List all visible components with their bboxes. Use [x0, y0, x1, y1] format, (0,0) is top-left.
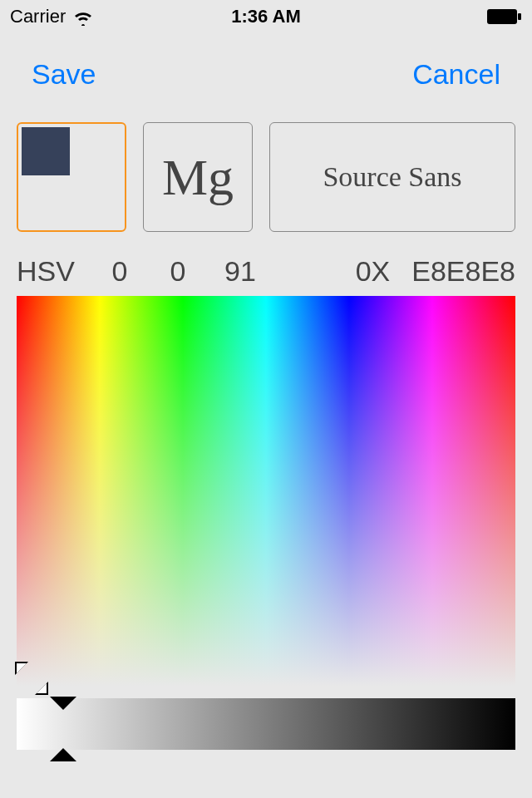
status-bar: Carrier 1:36 AM [0, 0, 532, 33]
hsv-s-value: 0 [145, 255, 211, 288]
hex-value: E8E8E8 [411, 255, 515, 288]
save-button[interactable]: Save [32, 58, 96, 91]
hsv-h-value: 0 [95, 255, 145, 288]
hex-label: 0X [356, 255, 391, 288]
color-swatch [22, 127, 70, 175]
cancel-button[interactable]: Cancel [412, 58, 500, 91]
color-picker-area [17, 296, 515, 687]
battery-icon [487, 9, 522, 24]
saturation-overlay [17, 296, 515, 687]
glyph-card[interactable]: Mg [143, 122, 253, 232]
hsv-readout: HSV 0 0 91 0X E8E8E8 [0, 232, 532, 294]
value-slider[interactable] [17, 698, 515, 750]
hsv-label: HSV [17, 255, 75, 288]
svg-rect-0 [487, 9, 517, 24]
font-card[interactable]: Source Sans [269, 122, 515, 232]
font-name-label: Source Sans [323, 161, 461, 193]
nav-row: Save Cancel [0, 33, 532, 107]
hue-sat-panel[interactable] [17, 296, 515, 687]
svg-rect-1 [518, 13, 521, 20]
carrier-label: Carrier [10, 6, 66, 27]
wifi-icon [72, 6, 94, 27]
cards-row: Mg Source Sans [0, 107, 532, 232]
status-left: Carrier [10, 6, 94, 27]
slider-arrow-top-icon [50, 697, 76, 710]
glyph-sample: Mg [162, 148, 234, 207]
color-swatch-card[interactable] [17, 122, 126, 232]
hsv-v-value: 91 [211, 255, 269, 288]
slider-arrow-bottom-icon [50, 748, 76, 761]
status-time: 1:36 AM [231, 6, 301, 27]
